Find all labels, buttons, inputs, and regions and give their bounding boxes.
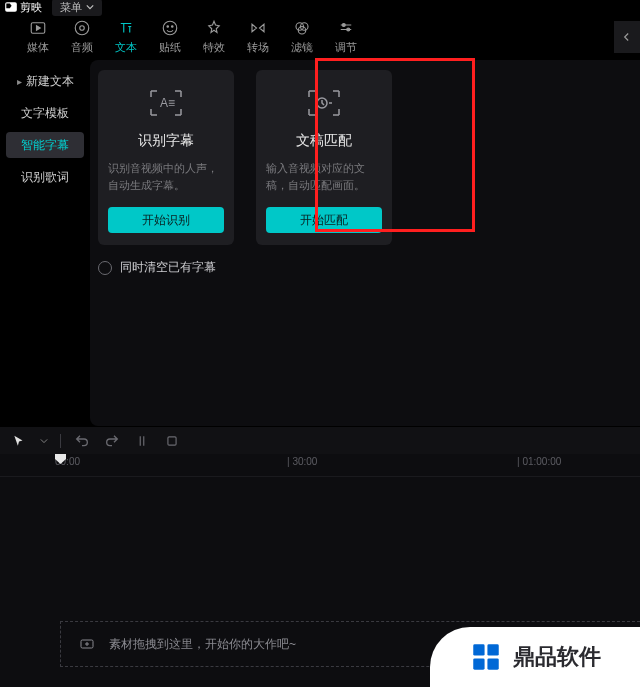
sidebar-item-smart-caption[interactable]: 智能字幕 <box>6 132 84 158</box>
adjust-icon <box>337 19 355 37</box>
tab-label: 文本 <box>115 40 137 55</box>
transition-icon <box>249 19 267 37</box>
content-panel: A≡ 识别字幕 识别音视频中的人声，自动生成字幕。 开始识别 文稿匹配 输入音视… <box>90 60 640 426</box>
tab-label: 特效 <box>203 40 225 55</box>
add-clip-icon <box>79 636 95 652</box>
tab-effects[interactable]: 特效 <box>192 19 236 55</box>
svg-point-4 <box>163 21 177 35</box>
tab-label: 音频 <box>71 40 93 55</box>
clear-captions-option[interactable]: 同时清空已有字幕 <box>98 259 632 276</box>
tab-audio[interactable]: 音频 <box>60 19 104 55</box>
tool-tabs: 媒体 音频 文本 贴纸 特效 转场 滤镜 调节 <box>0 14 640 60</box>
tab-label: 贴纸 <box>159 40 181 55</box>
tab-label: 转场 <box>247 40 269 55</box>
split-button[interactable] <box>133 432 151 450</box>
watermark-icon <box>469 640 503 674</box>
svg-point-3 <box>80 25 85 30</box>
checkbox-label: 同时清空已有字幕 <box>120 259 216 276</box>
sidebar-item-text-template[interactable]: 文字模板 <box>6 100 84 126</box>
svg-text:A≡: A≡ <box>160 96 175 110</box>
svg-point-6 <box>172 25 174 27</box>
undo-button[interactable] <box>73 432 91 450</box>
media-icon <box>29 19 47 37</box>
svg-rect-18 <box>473 658 484 669</box>
start-match-button[interactable]: 开始匹配 <box>266 207 382 233</box>
app-name: 剪映 <box>20 0 42 15</box>
start-recognize-button[interactable]: 开始识别 <box>108 207 224 233</box>
redo-button[interactable] <box>103 432 121 450</box>
effects-icon <box>205 19 223 37</box>
script-frame-icon <box>306 88 342 118</box>
tab-filter[interactable]: 滤镜 <box>280 19 324 55</box>
timeline-toolbar <box>0 426 640 454</box>
radio-unchecked-icon <box>98 261 112 275</box>
main-area: 新建文本 文字模板 智能字幕 识别歌词 A≡ 识别字幕 识别音视频中的人声，自动… <box>0 60 640 426</box>
svg-point-5 <box>167 25 169 27</box>
time-ruler[interactable]: 00:00 | 30:00 | 01:00:00 <box>0 454 640 476</box>
ruler-mark: | 30:00 <box>287 456 317 467</box>
card-title: 识别字幕 <box>138 132 194 150</box>
cards-row: A≡ 识别字幕 识别音视频中的人声，自动生成字幕。 开始识别 文稿匹配 输入音视… <box>98 70 632 245</box>
menu-label: 菜单 <box>60 0 82 15</box>
svg-point-2 <box>75 21 89 35</box>
track-placeholder: 素材拖拽到这里，开始你的大作吧~ <box>109 636 296 653</box>
square-icon <box>165 434 179 448</box>
chevron-down-icon[interactable] <box>40 437 48 445</box>
tab-adjust[interactable]: 调节 <box>324 19 368 55</box>
panel-collapse-button[interactable] <box>614 21 640 53</box>
watermark: 鼎品软件 <box>430 627 640 687</box>
app-logo-icon <box>4 0 18 14</box>
filter-icon <box>293 19 311 37</box>
collapse-icon <box>620 30 634 44</box>
card-desc: 输入音视频对应的文稿，自动匹配画面。 <box>266 160 382 193</box>
sidebar-item-label: 新建文本 <box>26 73 74 90</box>
delete-button[interactable] <box>163 432 181 450</box>
tab-label: 媒体 <box>27 40 49 55</box>
svg-rect-19 <box>487 658 498 669</box>
cursor-icon <box>12 434 26 448</box>
chevron-down-icon <box>86 3 94 11</box>
menu-dropdown[interactable]: 菜单 <box>52 0 102 16</box>
tab-sticker[interactable]: 贴纸 <box>148 19 192 55</box>
text-icon <box>117 19 135 37</box>
svg-rect-17 <box>487 644 498 655</box>
sidebar-item-label: 识别歌词 <box>21 169 69 186</box>
titlebar: 剪映 菜单 <box>0 0 640 14</box>
redo-icon <box>104 433 120 449</box>
split-icon <box>135 434 149 448</box>
svg-point-10 <box>342 23 345 26</box>
undo-icon <box>74 433 90 449</box>
app-logo: 剪映 <box>4 0 42 15</box>
card-title: 文稿匹配 <box>296 132 352 150</box>
cursor-tool-button[interactable] <box>10 432 28 450</box>
watermark-text: 鼎品软件 <box>513 642 601 672</box>
card-script-match: 文稿匹配 输入音视频对应的文稿，自动匹配画面。 开始匹配 <box>256 70 392 245</box>
svg-rect-14 <box>168 436 176 444</box>
sidebar-item-label: 智能字幕 <box>21 137 69 154</box>
ruler-mark: | 01:00:00 <box>517 456 561 467</box>
sidebar-item-lyrics[interactable]: 识别歌词 <box>6 164 84 190</box>
audio-icon <box>73 19 91 37</box>
tab-label: 滤镜 <box>291 40 313 55</box>
sidebar-item-label: 文字模板 <box>21 105 69 122</box>
sticker-icon <box>161 19 179 37</box>
caption-frame-icon: A≡ <box>148 88 184 118</box>
card-recognize-caption: A≡ 识别字幕 识别音视频中的人声，自动生成字幕。 开始识别 <box>98 70 234 245</box>
tab-transition[interactable]: 转场 <box>236 19 280 55</box>
text-sidebar: 新建文本 文字模板 智能字幕 识别歌词 <box>0 60 90 426</box>
svg-rect-16 <box>473 644 484 655</box>
svg-point-11 <box>347 28 350 31</box>
tab-media[interactable]: 媒体 <box>16 19 60 55</box>
tab-label: 调节 <box>335 40 357 55</box>
separator <box>60 434 61 448</box>
tab-text[interactable]: 文本 <box>104 19 148 55</box>
card-desc: 识别音视频中的人声，自动生成字幕。 <box>108 160 224 193</box>
sidebar-item-new-text[interactable]: 新建文本 <box>6 68 84 94</box>
